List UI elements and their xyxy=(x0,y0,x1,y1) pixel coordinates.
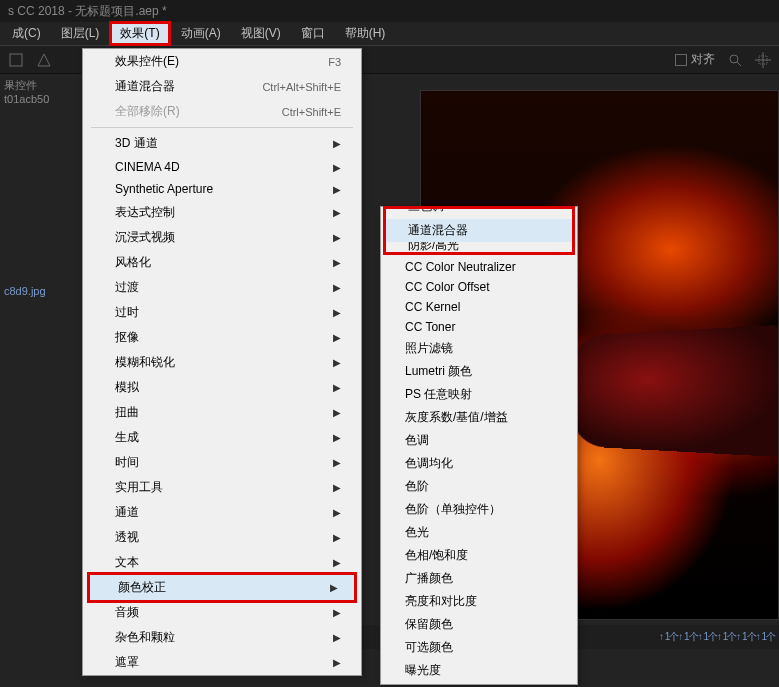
sub-exposure[interactable]: 曝光度 xyxy=(381,659,577,682)
menu-effect[interactable]: 效果(T) xyxy=(109,21,170,46)
menu-comp[interactable]: 成(C) xyxy=(2,22,51,45)
chevron-right-icon: ▶ xyxy=(333,632,341,643)
sub-equalize[interactable]: 色调均化 xyxy=(381,452,577,475)
align-toggle[interactable]: 对齐 xyxy=(675,51,715,68)
sub-gamma-pedestal-gain[interactable]: 灰度系数/基值/增益 xyxy=(381,406,577,429)
sub-leave-color[interactable]: 保留颜色 xyxy=(381,613,577,636)
svg-line-2 xyxy=(737,62,741,66)
menu-help[interactable]: 帮助(H) xyxy=(335,22,396,45)
chevron-right-icon: ▶ xyxy=(333,457,341,468)
sub-brightness-contrast[interactable]: 亮度和对比度 xyxy=(381,590,577,613)
menu-animation[interactable]: 动画(A) xyxy=(171,22,231,45)
cat-transition[interactable]: 过渡▶ xyxy=(83,275,361,300)
menu-window[interactable]: 窗口 xyxy=(291,22,335,45)
chevron-right-icon: ▶ xyxy=(333,507,341,518)
chevron-right-icon: ▶ xyxy=(333,257,341,268)
menu-channel-mixer-recent[interactable]: 通道混合器 Ctrl+Alt+Shift+E xyxy=(83,74,361,99)
sub-tritone[interactable]: 三色调 xyxy=(386,209,572,219)
svg-point-1 xyxy=(730,55,738,63)
sub-levels[interactable]: 色阶 xyxy=(381,475,577,498)
cat-cinema4d[interactable]: CINEMA 4D▶ xyxy=(83,156,361,178)
submenu-highlight-box: 三色调 通道混合器 阴影/高光 xyxy=(383,206,575,255)
cat-3d-channel[interactable]: 3D 通道▶ xyxy=(83,131,361,156)
sub-photo-filter[interactable]: 照片滤镜 xyxy=(381,337,577,360)
sub-levels-individual[interactable]: 色阶（单独控件） xyxy=(381,498,577,521)
align-checkbox-icon xyxy=(675,54,687,66)
sub-channel-mixer[interactable]: 通道混合器 xyxy=(386,219,572,242)
chevron-right-icon: ▶ xyxy=(333,357,341,368)
chevron-right-icon: ▶ xyxy=(333,557,341,568)
timeline-ruler: ↑ 1个↑ 1个↑ 1个↑ 1个↑ 1个↑ 1个 xyxy=(579,625,779,649)
panel-item[interactable]: c8d9.jpg xyxy=(4,285,78,297)
cat-generate[interactable]: 生成▶ xyxy=(83,425,361,450)
cat-expression-controls[interactable]: 表达式控制▶ xyxy=(83,200,361,225)
sub-shadow-highlight[interactable]: 阴影/高光 xyxy=(386,242,572,252)
snap-icon[interactable] xyxy=(755,52,771,68)
sub-colorama[interactable]: 色光 xyxy=(381,521,577,544)
cat-obsolete[interactable]: 过时▶ xyxy=(83,300,361,325)
chevron-right-icon: ▶ xyxy=(333,382,341,393)
chevron-right-icon: ▶ xyxy=(333,282,341,293)
cat-immersive-video[interactable]: 沉浸式视频▶ xyxy=(83,225,361,250)
sub-selective-color[interactable]: 可选颜色 xyxy=(381,636,577,659)
align-label-text: 对齐 xyxy=(691,51,715,68)
sub-broadcast-colors[interactable]: 广播颜色 xyxy=(381,567,577,590)
title-bar: s CC 2018 - 无标题项目.aep * xyxy=(0,0,779,22)
menu-divider xyxy=(91,127,353,128)
chevron-right-icon: ▶ xyxy=(333,657,341,668)
tool-icon-1[interactable] xyxy=(8,52,24,68)
chevron-right-icon: ▶ xyxy=(333,162,341,173)
svg-rect-0 xyxy=(10,54,22,66)
menu-bar: 成(C) 图层(L) 效果(T) 动画(A) 视图(V) 窗口 帮助(H) xyxy=(0,22,779,46)
cat-perspective[interactable]: 透视▶ xyxy=(83,525,361,550)
chevron-right-icon: ▶ xyxy=(333,532,341,543)
cat-audio[interactable]: 音频▶ xyxy=(83,600,361,625)
sub-cc-toner[interactable]: CC Toner xyxy=(381,317,577,337)
menu-effect-controls[interactable]: 效果控件(E) F3 xyxy=(83,49,361,74)
color-correction-submenu: 三色调 通道混合器 阴影/高光 CC Color Neutralizer CC … xyxy=(380,206,578,685)
cat-synthetic-aperture[interactable]: Synthetic Aperture▶ xyxy=(83,178,361,200)
sub-hue-saturation[interactable]: 色相/饱和度 xyxy=(381,544,577,567)
sub-tint[interactable]: 色调 xyxy=(381,429,577,452)
cat-utility[interactable]: 实用工具▶ xyxy=(83,475,361,500)
cat-stylize[interactable]: 风格化▶ xyxy=(83,250,361,275)
chevron-right-icon: ▶ xyxy=(333,432,341,443)
title-text: s CC 2018 - 无标题项目.aep * xyxy=(8,3,167,20)
menu-layer[interactable]: 图层(L) xyxy=(51,22,110,45)
sub-ps-arbitrary-map[interactable]: PS 任意映射 xyxy=(381,383,577,406)
search-icon[interactable] xyxy=(727,52,743,68)
cat-channel[interactable]: 通道▶ xyxy=(83,500,361,525)
cat-color-correction[interactable]: 颜色校正▶ xyxy=(87,572,357,603)
chevron-right-icon: ▶ xyxy=(333,307,341,318)
sub-cc-color-neutralizer[interactable]: CC Color Neutralizer xyxy=(381,257,577,277)
menu-remove-all: 全部移除(R) Ctrl+Shift+E xyxy=(83,99,361,124)
cat-simulation[interactable]: 模拟▶ xyxy=(83,375,361,400)
chevron-right-icon: ▶ xyxy=(333,207,341,218)
cat-keying[interactable]: 抠像▶ xyxy=(83,325,361,350)
chevron-right-icon: ▶ xyxy=(333,232,341,243)
tool-icon-2[interactable] xyxy=(36,52,52,68)
cat-matte[interactable]: 遮罩▶ xyxy=(83,650,361,675)
cat-blur-sharpen[interactable]: 模糊和锐化▶ xyxy=(83,350,361,375)
chevron-right-icon: ▶ xyxy=(333,482,341,493)
chevron-right-icon: ▶ xyxy=(333,138,341,149)
chevron-right-icon: ▶ xyxy=(333,332,341,343)
menu-view[interactable]: 视图(V) xyxy=(231,22,291,45)
car-shape xyxy=(574,325,779,457)
chevron-right-icon: ▶ xyxy=(333,607,341,618)
effect-controls-panel: 果控件 t01acb50 c8d9.jpg xyxy=(0,74,82,634)
ruler-text: ↑ 1个↑ 1个↑ 1个↑ 1个↑ 1个↑ 1个 xyxy=(659,630,775,644)
sub-lumetri-color[interactable]: Lumetri 颜色 xyxy=(381,360,577,383)
chevron-right-icon: ▶ xyxy=(333,407,341,418)
cat-time[interactable]: 时间▶ xyxy=(83,450,361,475)
cat-noise-grain[interactable]: 杂色和颗粒▶ xyxy=(83,625,361,650)
chevron-right-icon: ▶ xyxy=(333,184,341,195)
cat-distort[interactable]: 扭曲▶ xyxy=(83,400,361,425)
effects-dropdown: 效果控件(E) F3 通道混合器 Ctrl+Alt+Shift+E 全部移除(R… xyxy=(82,48,362,676)
sub-cc-color-offset[interactable]: CC Color Offset xyxy=(381,277,577,297)
chevron-right-icon: ▶ xyxy=(330,582,338,593)
sub-cc-kernel[interactable]: CC Kernel xyxy=(381,297,577,317)
panel-label: 果控件 t01acb50 xyxy=(4,78,78,105)
